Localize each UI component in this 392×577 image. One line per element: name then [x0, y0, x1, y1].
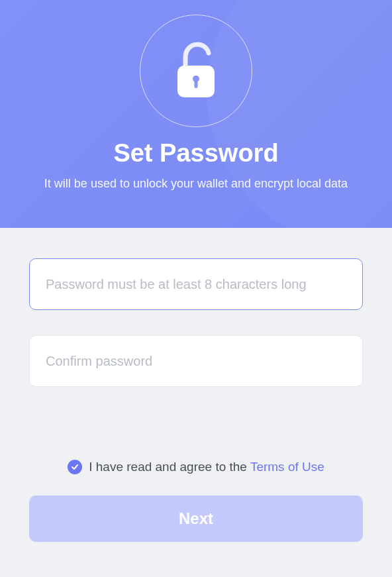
agreement-prefix: I have read and agree to the	[89, 460, 250, 474]
form-area: I have read and agree to the Terms of Us…	[0, 228, 392, 542]
terms-link[interactable]: Terms of Use	[250, 460, 324, 474]
page-subtitle: It will be used to unlock your wallet an…	[44, 177, 348, 191]
agreement-checkbox[interactable]	[68, 460, 82, 474]
svg-rect-2	[195, 79, 198, 88]
checkmark-icon	[71, 463, 79, 471]
confirm-password-input[interactable]	[29, 335, 363, 387]
agreement-row: I have read and agree to the Terms of Us…	[29, 460, 363, 474]
header: Set Password It will be used to unlock y…	[0, 0, 392, 228]
next-button[interactable]: Next	[29, 496, 363, 542]
lock-icon-circle	[140, 15, 252, 127]
page-title: Set Password	[113, 139, 278, 168]
password-input[interactable]	[29, 258, 363, 310]
agreement-text: I have read and agree to the Terms of Us…	[89, 460, 324, 474]
unlock-icon	[167, 38, 225, 104]
